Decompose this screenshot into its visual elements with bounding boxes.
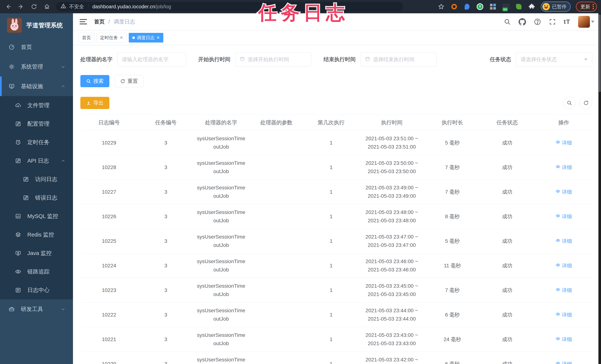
- detail-link[interactable]: 详细: [556, 139, 572, 147]
- extensions-puzzle-icon[interactable]: [528, 3, 536, 10]
- adblock-extension-icon[interactable]: [450, 3, 458, 10]
- reset-button[interactable]: 重置: [115, 75, 144, 87]
- cell-exec-index: 1: [304, 352, 358, 364]
- column-header: 第几次执行: [304, 115, 358, 131]
- date-input[interactable]: 选择结束执行时间: [361, 52, 437, 67]
- bookmark-star-icon[interactable]: [437, 3, 445, 10]
- tabs-grid-extension-icon[interactable]: [489, 3, 497, 10]
- sidebar-item-系统管理[interactable]: 系统管理: [0, 57, 73, 77]
- browser-update-button[interactable]: 更新: [576, 2, 597, 12]
- scrollbar-thumb[interactable]: [599, 14, 601, 92]
- sidebar-item-Redis-监控[interactable]: Redis 监控: [0, 225, 73, 244]
- detail-link[interactable]: 详细: [556, 262, 572, 270]
- table-row: 102223sysUserSessionTimeoutJob12021-05-0…: [80, 303, 592, 327]
- app-logo[interactable]: 芋道管理系统: [0, 13, 73, 37]
- cell-handler: sysUserSessionTimeoutJob: [194, 155, 248, 180]
- collapse-sidebar-icon[interactable]: [80, 19, 87, 24]
- github-icon[interactable]: [519, 18, 526, 26]
- chart-icon: [14, 213, 22, 219]
- edit-icon: [22, 195, 30, 201]
- on-switch-extension-icon[interactable]: [502, 3, 510, 10]
- sidebar-menu: 首页系统管理基础设施文件管理配置管理定时任务API 日志访问日志错误日志MySQ…: [0, 37, 73, 319]
- sidebar-item-Java-监控[interactable]: Java 监控: [0, 244, 73, 262]
- toggle-search-button[interactable]: [563, 97, 575, 109]
- browser-reload-icon[interactable]: [30, 3, 38, 11]
- cell-handler: sysUserSessionTimeoutJob: [194, 204, 248, 229]
- sidebar-item-文件管理[interactable]: 文件管理: [0, 96, 73, 115]
- table-header-row: 日志编号任务编号处理器的名字处理器的参数第几次执行执行时间执行时长任务状态操作: [80, 115, 592, 131]
- sidebar-item-定时任务[interactable]: 定时任务: [0, 133, 73, 152]
- search-button[interactable]: 搜索: [80, 75, 109, 87]
- view-detail-icon: [556, 311, 560, 319]
- browser-home-icon[interactable]: [43, 3, 51, 11]
- sidebar-item-MySQL-监控[interactable]: MySQL 监控: [0, 207, 73, 225]
- cell-duration: 6 毫秒: [426, 303, 479, 327]
- user-avatar[interactable]: [578, 16, 590, 28]
- detail-link[interactable]: 详细: [556, 237, 572, 245]
- address-bar[interactable]: 不安全 dashboard.yudao.iocoder.cn/job/log: [56, 2, 403, 11]
- sidebar-item-API-日志[interactable]: API 日志: [0, 152, 73, 170]
- cell-exec-time: 2021-05-03 23:51:00 ~2021-05-03 23:51:00: [358, 131, 426, 155]
- sidebar-item-错误日志[interactable]: 错误日志: [0, 189, 73, 207]
- refresh-table-button[interactable]: [580, 97, 592, 109]
- sidebar-item-配置管理[interactable]: 配置管理: [0, 115, 73, 133]
- help-icon[interactable]: [534, 18, 541, 26]
- cell-status: 成功: [479, 253, 535, 278]
- timer-icon: [14, 139, 22, 145]
- detail-link[interactable]: 详细: [556, 213, 572, 221]
- gear-icon: [8, 64, 15, 70]
- blue-pin-extension-icon[interactable]: [463, 3, 471, 10]
- page-scrollbar[interactable]: [598, 13, 601, 364]
- browser-back-icon[interactable]: [4, 3, 12, 11]
- table-row: 102273sysUserSessionTimeoutJob12021-05-0…: [80, 180, 592, 204]
- select-input[interactable]: 请选择任务状态: [516, 52, 592, 67]
- search-icon[interactable]: [504, 18, 511, 25]
- cell-param: [248, 278, 305, 303]
- text-input[interactable]: 请输入处理器的名字: [117, 52, 186, 67]
- cell-param: [248, 327, 305, 352]
- tag-close-icon[interactable]: ✕: [156, 35, 160, 40]
- detail-link[interactable]: 详细: [556, 311, 572, 319]
- cloud-upload-icon: [14, 102, 22, 109]
- column-header: 任务状态: [479, 115, 535, 131]
- cell-handler: sysUserSessionTimeoutJob: [194, 229, 248, 253]
- profile-paused-badge[interactable]: 已暂停: [541, 1, 571, 12]
- export-button[interactable]: 导出: [80, 97, 109, 109]
- fullscreen-icon[interactable]: [549, 18, 556, 25]
- detail-link[interactable]: 详细: [556, 335, 572, 344]
- sprout-extension-icon[interactable]: [515, 3, 523, 10]
- column-header: 日志编号: [80, 115, 138, 131]
- date-input[interactable]: 选择开始执行时间: [235, 52, 311, 67]
- tag-首页[interactable]: 首页: [79, 33, 94, 42]
- tag-close-icon[interactable]: ✕: [120, 35, 123, 40]
- font-size-icon[interactable]: tT: [564, 18, 570, 25]
- sidebar-item-访问日志[interactable]: 访问日志: [0, 170, 73, 189]
- view-detail-icon: [556, 188, 560, 196]
- tag-调度日志[interactable]: 调度日志✕: [129, 33, 163, 42]
- sidebar-item-日志中心[interactable]: 日志中心: [0, 281, 73, 299]
- breadcrumb: 首页 / 调度日志: [94, 18, 135, 26]
- cell-handler: sysUserSessionTimeoutJob: [194, 180, 248, 204]
- detail-link[interactable]: 详细: [556, 360, 572, 364]
- browser-menu-icon[interactable]: [593, 4, 594, 9]
- table-row: 102293sysUserSessionTimeoutJob12021-05-0…: [80, 131, 592, 155]
- avatar-dropdown-caret-icon[interactable]: [591, 21, 594, 23]
- filter-label: 任务状态: [490, 56, 511, 63]
- not-secure-label[interactable]: 不安全: [69, 3, 84, 10]
- sidebar-item-首页[interactable]: 首页: [0, 37, 73, 57]
- sidebar-item-研发工具[interactable]: 研发工具: [0, 299, 73, 319]
- sidebar-item-链路追踪[interactable]: 链路追踪: [0, 262, 73, 281]
- breadcrumb-home[interactable]: 首页: [94, 18, 105, 26]
- cell-log-id: 10226: [80, 204, 138, 229]
- column-header: 操作: [535, 115, 592, 131]
- address-divider: [88, 4, 88, 10]
- tag-定时任务[interactable]: 定时任务✕: [97, 33, 127, 42]
- sidebar-item-基础设施[interactable]: 基础设施: [0, 77, 73, 96]
- cell-duration: 24 毫秒: [426, 327, 479, 352]
- green-checker-extension-icon[interactable]: Y: [476, 3, 484, 10]
- detail-link[interactable]: 详细: [556, 286, 572, 294]
- browser-forward-icon[interactable]: [17, 3, 25, 11]
- detail-link[interactable]: 详细: [556, 163, 572, 172]
- input-placeholder: 选择结束执行时间: [373, 56, 414, 63]
- detail-link[interactable]: 详细: [556, 188, 572, 196]
